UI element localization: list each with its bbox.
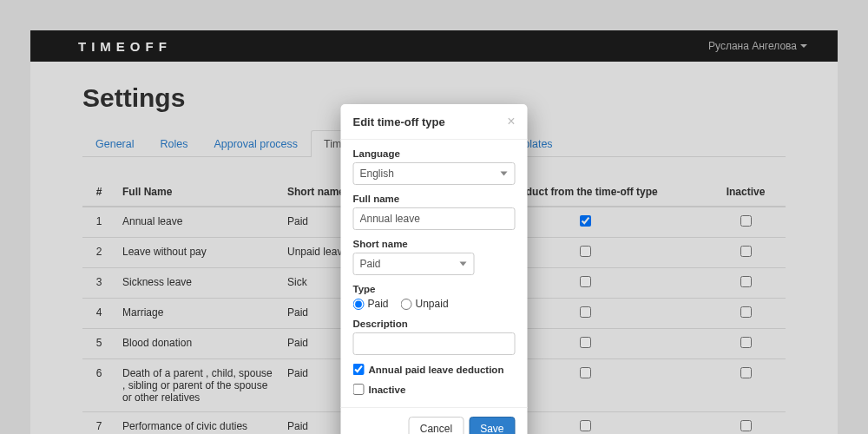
short-name-label: Short name	[353, 239, 516, 249]
cancel-button[interactable]: Cancel	[409, 417, 464, 434]
type-unpaid-radio[interactable]	[401, 299, 412, 310]
inactive-checkbox[interactable]	[353, 384, 365, 395]
deduction-checkbox[interactable]	[353, 364, 365, 375]
deduction-label: Annual paid leave deduction	[369, 365, 504, 375]
type-paid-radio[interactable]	[353, 299, 365, 310]
short-name-select[interactable]	[353, 253, 475, 275]
type-unpaid-option[interactable]: Unpaid	[401, 298, 449, 310]
description-input[interactable]	[353, 332, 516, 355]
close-icon[interactable]: ×	[507, 115, 515, 128]
modal-title: Edit time-off type	[353, 115, 445, 128]
full-name-input[interactable]	[353, 207, 516, 230]
inactive-label: Inactive	[369, 385, 406, 395]
type-paid-option[interactable]: Paid	[353, 298, 389, 310]
edit-modal: Edit time-off type × Language Full name …	[341, 104, 528, 434]
description-label: Description	[353, 319, 516, 329]
type-label: Type	[353, 284, 516, 294]
full-name-label: Full name	[353, 194, 516, 204]
language-label: Language	[353, 148, 516, 159]
language-select[interactable]	[353, 162, 516, 185]
save-button[interactable]: Save	[469, 417, 515, 434]
